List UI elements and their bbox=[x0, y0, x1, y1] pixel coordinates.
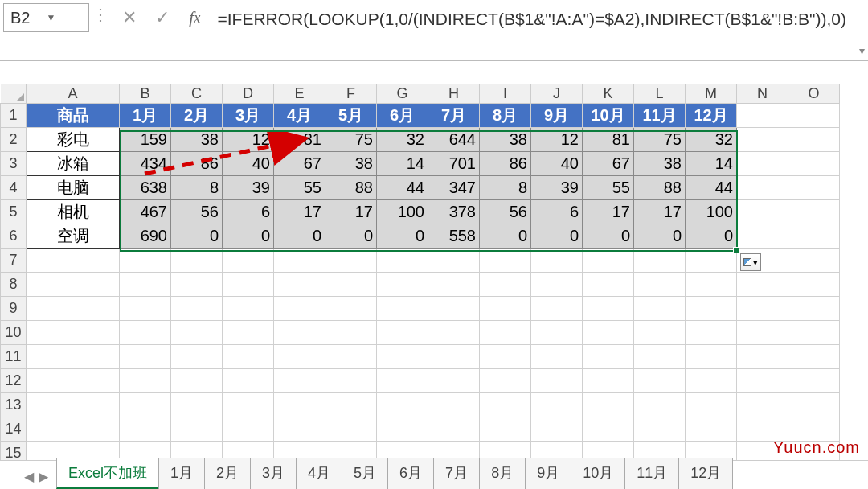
cell[interactable]: 6月 bbox=[377, 104, 428, 128]
row-header[interactable]: 7 bbox=[1, 249, 27, 273]
cell[interactable] bbox=[531, 249, 583, 273]
cell[interactable]: 8月 bbox=[480, 104, 531, 128]
accept-formula-button[interactable]: ✓ bbox=[152, 3, 172, 32]
cell[interactable]: 10月 bbox=[583, 104, 634, 128]
sheet-tab[interactable]: 11月 bbox=[624, 458, 679, 489]
cell[interactable]: 冰箱 bbox=[27, 152, 120, 176]
cell[interactable] bbox=[634, 393, 686, 417]
cell[interactable]: 32 bbox=[686, 128, 737, 152]
cell[interactable] bbox=[788, 128, 840, 152]
column-header[interactable]: I bbox=[480, 84, 531, 104]
row-header[interactable]: 12 bbox=[1, 369, 27, 393]
cell[interactable] bbox=[428, 321, 480, 345]
row-header[interactable]: 6 bbox=[1, 224, 27, 249]
cell[interactable] bbox=[583, 249, 634, 273]
cell[interactable] bbox=[326, 393, 377, 417]
cell[interactable] bbox=[531, 345, 583, 369]
row-header[interactable]: 10 bbox=[1, 321, 27, 345]
cell[interactable] bbox=[120, 249, 171, 273]
cell[interactable] bbox=[480, 369, 531, 393]
cell[interactable]: 701 bbox=[428, 152, 480, 176]
cell[interactable] bbox=[531, 321, 583, 345]
cell[interactable] bbox=[326, 321, 377, 345]
row-header[interactable]: 5 bbox=[1, 200, 27, 224]
cell[interactable] bbox=[326, 345, 377, 369]
spreadsheet-grid[interactable]: ABCDEFGHIJKLMNO1商品1月2月3月4月5月6月7月8月9月10月1… bbox=[0, 84, 868, 466]
cell[interactable] bbox=[326, 417, 377, 442]
cell[interactable] bbox=[788, 249, 840, 273]
cell[interactable]: 17 bbox=[326, 200, 377, 224]
cell[interactable]: 39 bbox=[531, 176, 583, 200]
cell[interactable] bbox=[223, 321, 274, 345]
column-header[interactable]: D bbox=[223, 84, 274, 104]
cell[interactable] bbox=[788, 104, 840, 128]
cell[interactable] bbox=[737, 200, 788, 224]
cell[interactable]: 0 bbox=[377, 224, 428, 249]
cell[interactable] bbox=[480, 297, 531, 321]
sheet-tab[interactable]: 7月 bbox=[433, 458, 480, 489]
cell[interactable]: 14 bbox=[377, 152, 428, 176]
cell[interactable]: 434 bbox=[120, 152, 171, 176]
cell[interactable]: 17 bbox=[274, 200, 326, 224]
cell[interactable]: 644 bbox=[428, 128, 480, 152]
cell[interactable]: 12 bbox=[531, 128, 583, 152]
cell[interactable]: 86 bbox=[171, 152, 223, 176]
cell[interactable]: 3月 bbox=[223, 104, 274, 128]
cell[interactable] bbox=[223, 249, 274, 273]
cell[interactable]: 8 bbox=[480, 176, 531, 200]
cell[interactable]: 67 bbox=[274, 152, 326, 176]
cell[interactable]: 0 bbox=[583, 224, 634, 249]
cell[interactable]: 56 bbox=[171, 200, 223, 224]
sheet-tab[interactable]: 12月 bbox=[678, 458, 733, 489]
sheet-tab[interactable]: 10月 bbox=[571, 458, 625, 489]
chevron-down-icon[interactable]: ▼ bbox=[46, 12, 81, 23]
cell[interactable] bbox=[428, 369, 480, 393]
column-header[interactable]: C bbox=[171, 84, 223, 104]
cell[interactable] bbox=[377, 297, 428, 321]
cell[interactable] bbox=[377, 393, 428, 417]
cell[interactable] bbox=[634, 273, 686, 297]
cell[interactable] bbox=[171, 297, 223, 321]
cell[interactable]: 40 bbox=[531, 152, 583, 176]
cell[interactable] bbox=[686, 393, 737, 417]
sheet-tab[interactable]: 9月 bbox=[525, 458, 571, 489]
cell[interactable]: 88 bbox=[326, 176, 377, 200]
cell[interactable] bbox=[120, 273, 171, 297]
cell[interactable] bbox=[171, 393, 223, 417]
row-header[interactable]: 13 bbox=[1, 393, 27, 417]
cell[interactable] bbox=[480, 393, 531, 417]
cell[interactable]: 6 bbox=[223, 200, 274, 224]
cell[interactable] bbox=[223, 393, 274, 417]
cell[interactable] bbox=[583, 273, 634, 297]
cell[interactable] bbox=[788, 297, 840, 321]
column-header[interactable]: B bbox=[120, 84, 171, 104]
cell[interactable] bbox=[634, 417, 686, 442]
row-header[interactable]: 2 bbox=[1, 128, 27, 152]
cell[interactable] bbox=[737, 417, 788, 442]
cell[interactable] bbox=[27, 297, 120, 321]
cell[interactable] bbox=[634, 345, 686, 369]
row-header[interactable]: 4 bbox=[1, 176, 27, 200]
cell[interactable] bbox=[531, 297, 583, 321]
cell[interactable]: 690 bbox=[120, 224, 171, 249]
cell[interactable]: 2月 bbox=[171, 104, 223, 128]
cell[interactable] bbox=[737, 104, 788, 128]
cell[interactable] bbox=[428, 249, 480, 273]
cell[interactable]: 55 bbox=[583, 176, 634, 200]
sheet-tab[interactable]: 8月 bbox=[479, 458, 526, 489]
cell[interactable] bbox=[737, 345, 788, 369]
cell[interactable]: 378 bbox=[428, 200, 480, 224]
cell[interactable] bbox=[737, 224, 788, 249]
cell[interactable]: 0 bbox=[274, 224, 326, 249]
cell[interactable] bbox=[27, 273, 120, 297]
cell[interactable] bbox=[737, 273, 788, 297]
cell[interactable]: 32 bbox=[377, 128, 428, 152]
cell[interactable]: 638 bbox=[120, 176, 171, 200]
cell[interactable]: 88 bbox=[634, 176, 686, 200]
cell[interactable]: 38 bbox=[634, 152, 686, 176]
column-header[interactable]: G bbox=[377, 84, 428, 104]
cell[interactable] bbox=[480, 249, 531, 273]
cell[interactable] bbox=[27, 249, 120, 273]
cell[interactable] bbox=[686, 249, 737, 273]
column-header[interactable]: O bbox=[788, 84, 840, 104]
